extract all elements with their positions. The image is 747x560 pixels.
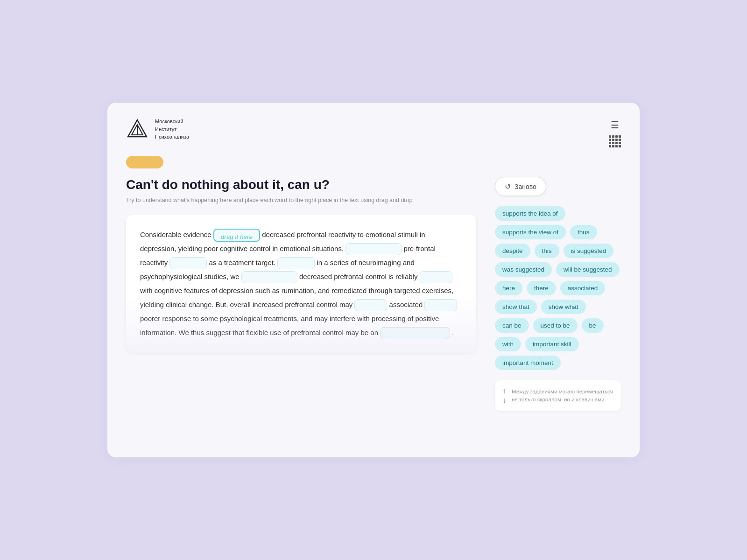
logo-area: Московский Институт Психоанализа [126,118,189,141]
drop-zone-8[interactable] [380,327,450,339]
header: Московский Институт Психоанализа ☰ [107,103,640,147]
nav-arrows-icon: ↑ ↓ [502,387,506,405]
reset-label: Заново [514,183,536,190]
drop-zone-4[interactable] [241,271,297,283]
grid-icon[interactable] [609,135,621,147]
chip-supports-view[interactable]: supports the view of [495,225,566,239]
drop-zone-3[interactable] [277,257,315,269]
header-icons: ☰ [609,118,621,147]
chip-supports-idea[interactable]: supports the idea of [495,206,565,221]
reset-icon: ↺ [505,182,511,191]
chip-here[interactable]: here [495,281,522,295]
exercise-box: Considerable evidence drag it here decre… [126,215,476,353]
chip-important-moment[interactable]: important moment [495,356,561,370]
chip-was-suggested[interactable]: was suggested [495,262,552,277]
word-chips-container: supports the idea of supports the view o… [495,206,621,370]
drop-zone-6[interactable] [354,299,387,311]
logo-text: Московский Институт Психоанализа [155,118,189,141]
arrow-up-icon: ↑ [502,387,506,395]
chip-can-be[interactable]: can be [495,318,529,333]
drop-zone-2[interactable] [169,257,207,269]
text-considerable-evidence: Considerable evidence [140,231,213,238]
chip-there[interactable]: there [527,281,556,295]
category-badge [126,156,163,168]
chip-show-what[interactable]: show what [541,300,586,314]
drop-zone-1[interactable] [345,243,402,255]
main-card: Московский Институт Психоанализа ☰ Can't… [107,103,640,457]
chip-will-be-suggested[interactable]: will be suggested [556,262,620,277]
task-subtitle: Try to understand what's happening here … [126,196,476,205]
chip-associated[interactable]: associated [560,281,606,295]
content-area: Can't do nothing about it, can u? Try to… [107,177,640,425]
nav-hint: ↑ ↓ Между заданиями можно перемещаться н… [495,380,621,411]
chip-with[interactable]: with [495,337,521,351]
chip-this[interactable]: this [535,244,559,258]
logo-icon [126,118,148,140]
drag-target-active[interactable]: drag it here [213,229,260,242]
chip-used-to-be[interactable]: used to be [533,318,578,333]
text-associated: associated [389,301,425,308]
arrow-down-icon: ↓ [502,396,506,405]
hamburger-icon[interactable]: ☰ [611,119,620,131]
chip-despite[interactable]: despite [495,244,530,258]
chip-show-that[interactable]: show that [495,300,537,314]
chip-thus[interactable]: thus [570,225,597,239]
text-period: . [452,329,454,336]
chip-is-suggested[interactable]: is suggested [564,244,614,258]
left-panel: Can't do nothing about it, can u? Try to… [126,177,495,411]
chip-important-skill[interactable]: important skill [525,337,579,351]
nav-hint-text: Между заданиями можно перемещаться не то… [512,388,613,404]
drop-zone-7[interactable] [424,299,457,311]
reset-button[interactable]: ↺ Заново [495,177,546,196]
task-title: Can't do nothing about it, can u? [126,177,476,193]
text-decreased: decreased prefrontal control is reliably [299,273,420,280]
drop-zone-5[interactable] [420,271,452,283]
right-panel: ↺ Заново supports the idea of supports t… [495,177,621,411]
chip-be[interactable]: be [582,318,604,333]
text-treatment: as a treatment target. [209,259,278,266]
